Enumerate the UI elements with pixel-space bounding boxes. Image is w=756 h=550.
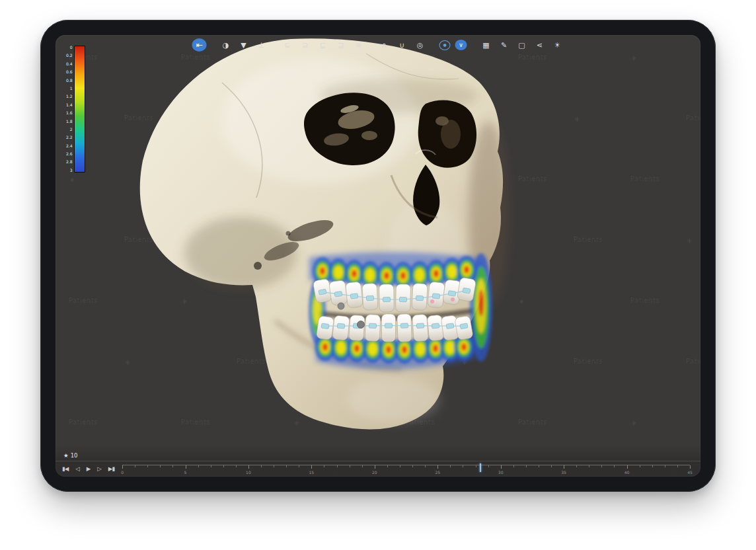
heat-hotspot <box>434 270 439 278</box>
heat-hotspot <box>464 266 469 274</box>
timeline-tick-label: 15 <box>309 470 315 475</box>
attachments-view-tool[interactable]: ⊇ <box>299 39 312 51</box>
bracket <box>385 323 393 328</box>
3d-viewport[interactable] <box>56 35 700 477</box>
timeline-tick-label: 30 <box>498 470 504 475</box>
bracket <box>350 294 358 299</box>
legend-tick-label: 2.6 <box>66 152 73 156</box>
timeline-minor-tick <box>198 465 199 467</box>
bracket <box>337 323 345 329</box>
timeline-major-tick <box>501 465 502 469</box>
timeline-minor-tick <box>324 465 324 467</box>
previous-step-button[interactable]: ◁ <box>75 466 79 472</box>
timeline-major-tick <box>437 465 438 469</box>
brightness-tool[interactable]: ☀ <box>551 39 564 51</box>
contrast-tool[interactable]: ◑ <box>219 39 233 51</box>
heat-hotspot <box>415 268 425 282</box>
timeline-tick-label: 10 <box>246 470 251 475</box>
contacts-view-tool[interactable]: ⊑ <box>317 39 330 51</box>
share-tool[interactable]: ⋖ <box>533 39 547 51</box>
bracket <box>432 294 440 299</box>
skip-to-start-button[interactable]: ▮◀ <box>62 466 68 472</box>
app-screen: PatientsPatients∗PatientsPatients∗Patien… <box>56 35 700 477</box>
timeline-minor-tick <box>425 465 426 467</box>
go-to-start-tool[interactable]: ⇤ <box>192 38 207 52</box>
timeline-minor-tick <box>412 465 413 467</box>
timeline-major-tick <box>375 465 375 469</box>
timeline-minor-tick <box>274 465 274 467</box>
spacing-view-tool[interactable]: ⊒ <box>334 39 348 51</box>
timeline-scrubber[interactable]: 051015202530354045 <box>122 463 690 475</box>
lower-arch-tool[interactable]: ∪ <box>396 39 409 51</box>
timeline-minor-tick <box>463 465 463 467</box>
occlusal-plane-tool[interactable]: ⊥ <box>255 39 268 51</box>
timeline-tick-label: 0 <box>121 470 124 475</box>
timeline-playhead[interactable] <box>480 463 481 472</box>
stress-color-legend: 00.20.40.60.811.21.41.61.822.22.42.62.83 <box>66 46 85 173</box>
star-icon: ★ <box>63 452 69 459</box>
timeline-major-tick <box>690 465 691 469</box>
timeline-minor-tick <box>640 465 640 467</box>
timeline-minor-tick <box>286 465 287 467</box>
timeline-minor-tick <box>652 465 653 467</box>
upper-arch-tool[interactable]: ∩ <box>378 39 391 51</box>
heat-hotspot <box>368 342 378 356</box>
stage-value: 10 <box>71 452 78 459</box>
timeline-tick-label: 45 <box>687 470 693 475</box>
anchor-button <box>358 321 365 329</box>
play-button[interactable]: ▶ <box>87 466 91 472</box>
bone-foramen <box>286 231 291 236</box>
toolbar: ⇤◑▼⊥⊆⊇⊑⊒≡∩∪◎●∨▦✎▢⋖☀ <box>192 38 564 52</box>
timeline-minor-tick <box>539 465 539 467</box>
heat-hotspot <box>354 344 359 352</box>
timeline-minor-tick <box>476 465 476 467</box>
heat-hotspot <box>322 343 328 351</box>
timeline-major-tick <box>186 465 186 469</box>
record-tool[interactable]: ● <box>439 40 451 50</box>
legend-tick-labels: 00.20.40.60.811.21.41.61.822.22.42.62.83 <box>66 46 74 173</box>
legend-tick-label: 2.8 <box>66 160 73 164</box>
heat-hotspot <box>352 270 357 278</box>
bracket <box>399 297 406 302</box>
heat-hotspot <box>386 346 391 354</box>
heat-hotspot <box>445 341 455 355</box>
timeline-minor-tick <box>488 465 489 467</box>
orbital-bone-fragment <box>435 116 449 126</box>
timeline-minor-tick <box>211 465 211 467</box>
annotate-tool[interactable]: ✎ <box>498 39 511 51</box>
legend-gradient-bar <box>74 46 85 173</box>
pin-tool[interactable]: ◎ <box>414 39 427 51</box>
clip-plane-tool[interactable]: ▼ <box>237 39 250 51</box>
bounding-box-tool[interactable]: ▢ <box>515 39 529 51</box>
chin-highlight <box>348 377 440 422</box>
ipr-view-tool[interactable]: ⊆ <box>281 39 294 51</box>
timeline-minor-tick <box>299 465 299 467</box>
page-background: PatientsPatients∗PatientsPatients∗Patien… <box>0 0 756 550</box>
timeline-minor-tick <box>513 465 514 467</box>
more-tools-expander[interactable]: ∨ <box>455 40 467 50</box>
grid-overlay-tool[interactable]: ≡ <box>352 39 365 51</box>
attachment-dot <box>451 297 455 301</box>
bottombar-divider <box>56 461 700 461</box>
timeline-minor-tick <box>172 465 173 467</box>
timeline-minor-tick <box>236 465 237 467</box>
orbital-bone-fragment <box>361 131 377 140</box>
next-step-button[interactable]: ▷ <box>97 466 101 472</box>
legend-tick-label: 1 <box>70 87 73 91</box>
heat-hotspot <box>334 266 344 280</box>
heat-hotspot <box>400 272 406 280</box>
timeline-minor-tick <box>614 465 615 467</box>
skip-to-end-button[interactable]: ▶▮ <box>108 466 114 472</box>
legend-tick-label: 2.4 <box>66 144 73 148</box>
heat-hotspot <box>447 265 457 279</box>
timeline-minor-tick <box>589 465 589 467</box>
legend-tick-label: 0.6 <box>66 70 73 74</box>
timeline-major-tick <box>248 465 249 469</box>
timeline-tick-label: 20 <box>372 470 377 475</box>
bracket <box>463 288 471 294</box>
heat-hotspot <box>320 267 325 275</box>
timeline-minor-tick <box>400 465 400 467</box>
timeline-minor-tick <box>551 465 552 467</box>
grid-view-tool[interactable]: ▦ <box>480 39 493 51</box>
tablet-device-frame: PatientsPatients∗PatientsPatients∗Patien… <box>40 20 716 492</box>
